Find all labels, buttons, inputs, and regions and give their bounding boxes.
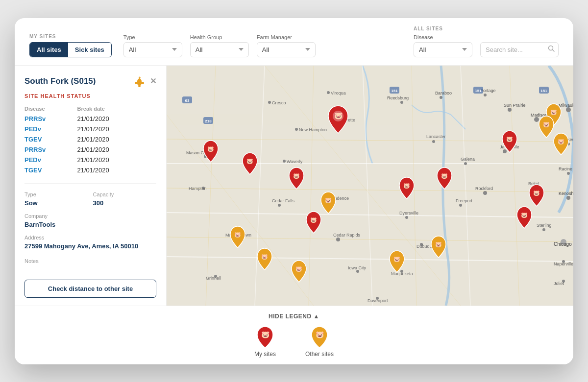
svg-point-54	[483, 191, 487, 195]
svg-text:Davenport: Davenport	[368, 298, 388, 303]
farm-manager-label: Farm Manager	[257, 34, 316, 40]
chevron-up-icon: ▲	[314, 313, 319, 320]
svg-text:Rockford: Rockford	[475, 186, 493, 191]
svg-text:🐷: 🐷	[310, 216, 317, 223]
svg-point-44	[405, 216, 408, 219]
svg-text:Viroqua: Viroqua	[331, 91, 346, 96]
svg-text:🐷: 🐷	[316, 331, 324, 339]
hide-legend-button[interactable]: HIDE LEGEND ▲	[269, 313, 319, 320]
svg-point-60	[432, 140, 435, 143]
search-icon	[548, 45, 555, 54]
other-sites-pin-icon: 🐷	[310, 326, 329, 348]
side-panel: South Fork (S015) ✕ SITE HEALTH STATUS D…	[15, 66, 167, 306]
svg-point-64	[459, 204, 462, 207]
svg-text:🐷: 🐷	[506, 136, 513, 143]
sick-sites-toggle[interactable]: Sick sites	[68, 43, 111, 57]
disease-name: PEDv	[24, 124, 77, 134]
health-group-label: Health Group	[190, 34, 249, 40]
svg-line-1	[553, 50, 555, 52]
svg-text:🐷: 🐷	[393, 256, 400, 263]
break-date: 21/01/2020	[77, 144, 156, 155]
svg-point-52	[503, 149, 507, 153]
disease-table-row: TGEV21/01/2020	[24, 134, 156, 144]
svg-text:Hampton: Hampton	[189, 186, 207, 191]
svg-point-32	[278, 204, 281, 207]
svg-text:Joliet: Joliet	[554, 281, 564, 286]
break-date: 21/01/2020	[77, 124, 156, 134]
toggle-group: All sites Sick sites	[29, 42, 112, 57]
farm-manager-filter: Farm Manager AllManager A	[257, 34, 316, 57]
svg-text:Cedar Falls: Cedar Falls	[272, 198, 295, 203]
all-sites-filters: Disease AllPRRSvPEDv	[414, 34, 559, 57]
svg-text:Sterling: Sterling	[537, 223, 552, 228]
search-filter	[480, 34, 559, 57]
all-sites-section: ALL SITES Disease AllPRRSvPEDv	[414, 26, 559, 57]
disease-table: Disease Break date PRRSv21/01/2020PEDv21…	[24, 105, 156, 175]
my-sites-legend-label: My sites	[254, 351, 276, 358]
close-panel-button[interactable]: ✕	[150, 76, 156, 86]
disease-name: PRRSv	[24, 114, 77, 124]
svg-text:Racine: Racine	[559, 167, 572, 171]
legend-bar: HIDE LEGEND ▲ 🐷 My sites 🐷 Other sites	[15, 306, 573, 364]
svg-text:Waverly: Waverly	[287, 159, 303, 164]
type-select[interactable]: AllSowNursery	[123, 42, 182, 57]
notes-label: Notes	[24, 258, 156, 264]
my-sites-label: MY SITES	[29, 34, 112, 39]
svg-text:🐷: 🐷	[234, 231, 241, 238]
svg-text:Freeport: Freeport	[456, 198, 473, 203]
svg-point-62	[464, 162, 467, 165]
svg-text:Dyersville: Dyersville	[399, 211, 418, 215]
svg-text:Sun Prairie: Sun Prairie	[504, 103, 526, 108]
health-group-filter: Health Group AllGroup 1	[190, 34, 249, 57]
svg-text:Naperville: Naperville	[554, 262, 573, 266]
capacity-info: Capacity 300	[93, 191, 157, 207]
my-sites-section: MY SITES All sites Sick sites	[29, 34, 112, 57]
svg-point-70	[484, 94, 487, 96]
svg-text:151: 151	[391, 89, 398, 93]
svg-text:🐷: 🐷	[550, 109, 557, 116]
capacity-info-label: Capacity	[93, 191, 157, 197]
svg-text:151: 151	[475, 89, 482, 93]
svg-text:151: 151	[540, 89, 547, 93]
svg-text:🐷: 🐷	[533, 190, 540, 196]
map-container[interactable]: Viroqua Cresco New Hampton Fayette Waver…	[167, 66, 573, 306]
company-label: Company	[24, 213, 156, 219]
svg-text:🐷: 🐷	[295, 265, 302, 272]
divider-1	[24, 183, 156, 184]
svg-text:🐷: 🐷	[334, 112, 343, 120]
company-info: Company BarnTools	[24, 213, 156, 229]
svg-text:🐷: 🐷	[261, 331, 270, 339]
farm-manager-select[interactable]: AllManager A	[257, 42, 316, 57]
svg-point-76	[566, 107, 571, 112]
svg-point-58	[542, 228, 545, 231]
disease-select[interactable]: AllPRRSvPEDv	[414, 42, 472, 57]
my-sites-pin-icon: 🐷	[255, 326, 275, 348]
all-sites-label: ALL SITES	[414, 26, 559, 31]
break-date: 21/01/2020	[77, 155, 156, 165]
health-status-label: SITE HEALTH STATUS	[24, 93, 156, 99]
filter-group: Type AllSowNursery Health Group AllGroup…	[123, 34, 316, 57]
type-filter: Type AllSowNursery	[123, 34, 182, 57]
other-sites-legend-label: Other sites	[305, 351, 334, 358]
svg-point-38	[336, 238, 340, 241]
type-info-value: Sow	[24, 199, 38, 207]
svg-text:Chicago: Chicago	[554, 241, 572, 247]
svg-text:Cedar Rapids: Cedar Rapids	[333, 233, 361, 238]
break-date: 21/01/2020	[77, 165, 156, 175]
svg-text:🐷: 🐷	[521, 212, 528, 218]
device-frame: MY SITES All sites Sick sites Type AllSo…	[15, 18, 573, 364]
check-distance-button[interactable]: Check distance to other site	[24, 280, 156, 298]
svg-text:Lancaster: Lancaster	[426, 134, 446, 139]
type-info-label: Type	[24, 191, 88, 197]
svg-point-80	[567, 172, 570, 175]
search-input[interactable]	[480, 42, 559, 57]
all-sites-toggle[interactable]: All sites	[30, 43, 68, 57]
info-grid: Type Sow Capacity 300	[24, 191, 156, 207]
svg-point-22	[295, 128, 298, 131]
svg-point-82	[566, 196, 570, 200]
svg-point-68	[440, 96, 442, 99]
svg-text:🐷: 🐷	[246, 158, 253, 165]
svg-point-26	[283, 160, 286, 163]
health-group-select[interactable]: AllGroup 1	[190, 42, 249, 57]
address-info: Address 27599 Mahogany Ave, Ames, IA 500…	[24, 235, 156, 250]
